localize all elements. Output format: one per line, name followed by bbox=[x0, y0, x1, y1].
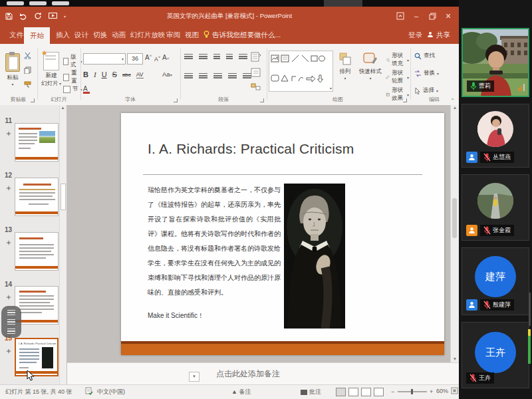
transition-star-icon[interactable] bbox=[6, 236, 11, 248]
notes-placeholder[interactable]: 点击此处添加备注 bbox=[216, 368, 280, 380]
increase-indent-icon[interactable] bbox=[226, 54, 233, 61]
grow-font-button[interactable]: A˄ bbox=[145, 54, 152, 61]
comments-toggle[interactable]: 批注 bbox=[301, 388, 321, 396]
slide-thumbnail[interactable] bbox=[15, 178, 59, 216]
slide-canvas[interactable]: I. A. Richards: Practical Criticism 瑞恰慈作… bbox=[121, 113, 444, 355]
tab-animations[interactable]: 动画 bbox=[110, 25, 127, 44]
replace-button[interactable]: 替换▾ bbox=[414, 69, 439, 77]
paragraph-dialog-launcher[interactable] bbox=[260, 98, 264, 102]
minimize-button[interactable]: – bbox=[408, 7, 424, 25]
strike-button[interactable]: S bbox=[112, 70, 117, 78]
os-button[interactable] bbox=[7, 1, 24, 5]
quick-styles-button[interactable]: 快速样式▾ bbox=[356, 52, 384, 81]
change-case-button[interactable]: Aa▾ bbox=[162, 70, 172, 78]
slide-thumbnail-selected[interactable]: I. A. Richards: Practical Criticism bbox=[15, 338, 59, 376]
tab-review[interactable]: 审阅 bbox=[165, 25, 182, 44]
font-dialog-launcher[interactable] bbox=[174, 98, 178, 102]
notes-pane[interactable]: ▼ 点击此处添加备注 bbox=[67, 362, 459, 385]
clipboard-dialog-launcher[interactable] bbox=[31, 98, 35, 102]
slide-title[interactable]: I. A. Richards: Practical Criticism bbox=[148, 141, 354, 157]
font-color-button[interactable]: A bbox=[83, 85, 90, 94]
char-spacing-button[interactable]: AV bbox=[136, 71, 144, 78]
floating-annotation-toolbar[interactable] bbox=[1, 306, 21, 338]
align-left-icon[interactable] bbox=[184, 73, 193, 80]
slide-tagline[interactable]: Make it Scientific！ bbox=[148, 311, 204, 321]
participant-tile[interactable]: 张金霞 bbox=[462, 174, 529, 241]
slide-thumbnail[interactable] bbox=[15, 232, 59, 271]
tell-me-box[interactable]: 告诉我您想要做什么... bbox=[203, 25, 281, 44]
bullets-icon[interactable] bbox=[184, 54, 193, 61]
thumbnails-scrollbar[interactable]: ▲ bbox=[59, 105, 66, 384]
share-button[interactable]: 共享 bbox=[427, 25, 450, 44]
os-button[interactable] bbox=[52, 1, 69, 5]
shapes-gallery[interactable]: ▾ bbox=[269, 51, 333, 92]
toolbar-icon[interactable] bbox=[7, 329, 15, 334]
select-button[interactable]: 选择▾ bbox=[414, 86, 438, 94]
tab-file[interactable]: 文件 bbox=[8, 25, 25, 44]
collapse-ribbon-icon[interactable]: ⌃ bbox=[450, 98, 455, 104]
copy-icon[interactable] bbox=[24, 66, 31, 75]
os-button[interactable] bbox=[29, 1, 47, 5]
shape-outline-button[interactable]: 形状轮廓▾ bbox=[386, 69, 409, 85]
align-text-icon[interactable] bbox=[251, 68, 261, 78]
cut-icon[interactable] bbox=[24, 52, 31, 61]
scroll-up-icon[interactable]: ▲ bbox=[60, 105, 66, 110]
strikethrough-button[interactable]: abc bbox=[122, 72, 131, 78]
decrease-indent-icon[interactable] bbox=[213, 54, 220, 61]
convert-smartart-icon[interactable] bbox=[251, 82, 261, 93]
zoom-percent[interactable]: 60% bbox=[436, 388, 448, 394]
notes-toggle[interactable]: ▲ 备注 bbox=[231, 388, 251, 396]
transition-star-icon[interactable] bbox=[6, 182, 11, 194]
justify-icon[interactable] bbox=[228, 73, 237, 80]
participant-tile[interactable]: 丛慧燕 bbox=[462, 104, 529, 168]
section-button[interactable]: 节▾ bbox=[63, 85, 82, 93]
tab-slideshow[interactable]: 幻灯片放映 bbox=[129, 25, 167, 44]
tab-home[interactable]: 开始 bbox=[24, 27, 50, 44]
participant-tile[interactable]: 王卉 王卉 bbox=[462, 322, 529, 388]
reading-view-button[interactable] bbox=[361, 388, 371, 396]
richards-portrait-photo[interactable] bbox=[284, 184, 345, 329]
transition-star-icon[interactable] bbox=[6, 127, 11, 139]
notes-collapse-handle[interactable]: ▼ bbox=[189, 372, 200, 382]
restore-button[interactable] bbox=[424, 7, 440, 25]
line-spacing-icon[interactable] bbox=[239, 54, 247, 61]
align-center-icon[interactable] bbox=[199, 73, 207, 80]
find-button[interactable]: 查找 bbox=[414, 52, 435, 60]
align-right-icon[interactable] bbox=[213, 73, 222, 80]
sidebar-scrollbar[interactable] bbox=[529, 293, 531, 326]
close-button[interactable]: × bbox=[440, 7, 456, 25]
format-painter-icon[interactable] bbox=[24, 81, 31, 90]
transition-star-icon[interactable] bbox=[6, 344, 11, 356]
font-name-select[interactable]: ▾ bbox=[83, 53, 126, 65]
zoom-out-button[interactable]: − bbox=[391, 388, 394, 395]
layout-button[interactable]: 版式▾ bbox=[63, 53, 82, 69]
bold-button[interactable]: B bbox=[83, 70, 88, 78]
slideshow-view-button[interactable] bbox=[374, 388, 384, 396]
italic-button[interactable]: I bbox=[94, 70, 96, 78]
ribbon-display-options-icon[interactable] bbox=[392, 7, 408, 25]
sign-in-button[interactable]: 登录 bbox=[407, 25, 424, 44]
editor-scrollbar[interactable]: ▲ ▼ bbox=[450, 105, 459, 362]
shape-fill-button[interactable]: 形状填充▾ bbox=[386, 52, 409, 68]
new-slide-button[interactable]: ✱ 新建幻灯片 ▾ bbox=[40, 52, 63, 88]
language-indicator[interactable]: 中文(中国) bbox=[97, 388, 125, 396]
tab-view[interactable]: 视图 bbox=[184, 25, 200, 44]
participant-tile[interactable]: 建萍 殷建萍 bbox=[462, 247, 529, 315]
toolbar-icon[interactable] bbox=[7, 319, 15, 325]
os-tab[interactable] bbox=[324, 0, 362, 7]
scroll-up-icon[interactable]: ▲ bbox=[451, 105, 459, 110]
fit-to-window-icon[interactable] bbox=[451, 387, 458, 396]
numbering-icon[interactable] bbox=[199, 54, 207, 61]
slide-sorter-view-button[interactable] bbox=[348, 388, 358, 396]
zoom-in-button[interactable]: + bbox=[430, 388, 433, 395]
tab-transitions[interactable]: 切换 bbox=[92, 25, 108, 44]
font-size-select[interactable]: 36 bbox=[127, 53, 143, 65]
shapes-more-icon[interactable]: ▾ bbox=[330, 86, 332, 90]
text-direction-icon[interactable] bbox=[251, 52, 261, 64]
toolbar-icon[interactable] bbox=[7, 310, 15, 315]
paste-button[interactable]: 粘贴 ▾ bbox=[5, 53, 20, 86]
underline-button[interactable]: U bbox=[102, 70, 107, 78]
arrange-button[interactable]: 排列▾ bbox=[335, 52, 355, 81]
participant-tile[interactable]: 曹莉 bbox=[462, 28, 529, 97]
scroll-down-icon[interactable]: ▼ bbox=[451, 356, 459, 361]
